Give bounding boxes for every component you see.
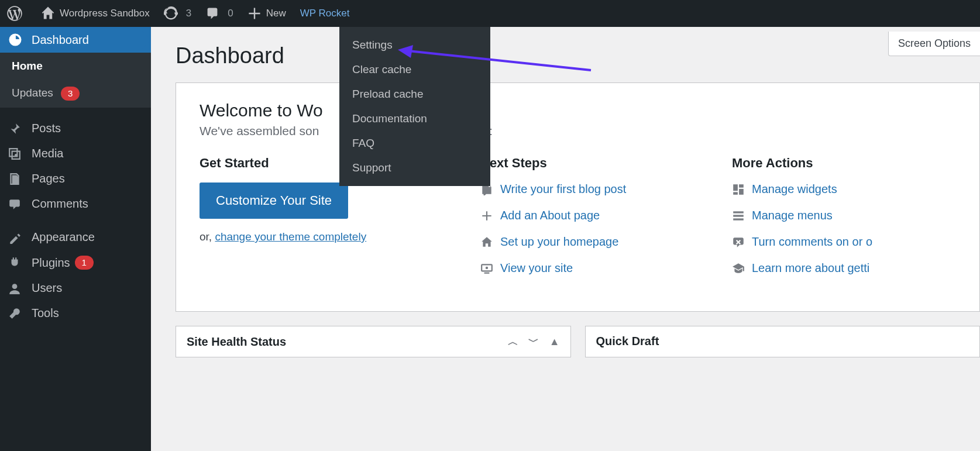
sidebar-item-posts[interactable]: Posts <box>0 116 151 141</box>
svg-point-3 <box>14 39 16 41</box>
change-theme-line: or, change your theme completely <box>200 230 474 243</box>
svg-rect-8 <box>733 184 738 191</box>
site-name-text: Wordpress Sandbox <box>60 8 150 19</box>
svg-rect-9 <box>739 184 744 188</box>
tools-icon <box>8 307 25 320</box>
tools-label: Tools <box>32 307 59 320</box>
wp-rocket-label: WP Rocket <box>300 8 350 19</box>
appearance-label: Appearance <box>32 230 95 244</box>
svg-point-7 <box>486 266 488 268</box>
change-theme-link[interactable]: change your theme completely <box>215 230 366 243</box>
next-steps-column: Next Steps Write your first blog post Ad… <box>480 156 726 288</box>
pages-icon <box>8 173 25 185</box>
view-site-link[interactable]: View your site <box>500 261 573 275</box>
sidebar-dashboard-label: Dashboard <box>32 33 89 47</box>
updates-label: Updates <box>12 87 53 99</box>
site-health-title: Site Health Status <box>187 335 286 349</box>
wprocket-preload-cache[interactable]: Preload cache <box>339 82 490 106</box>
next-steps-heading: Next Steps <box>480 156 726 171</box>
more-actions-column: More Actions Manage widgets Manage menus… <box>732 156 956 288</box>
add-about-link[interactable]: Add an About page <box>500 209 600 222</box>
comments-toggle-icon <box>732 236 752 249</box>
site-name-link[interactable]: Wordpress Sandbox <box>34 0 157 27</box>
metabox-controls: ︿ ﹀ ▲ <box>501 335 560 349</box>
write-post-link[interactable]: Write your first blog post <box>500 183 626 196</box>
plugins-badge: 1 <box>75 256 94 270</box>
svg-line-0 <box>408 51 591 70</box>
svg-rect-13 <box>733 215 744 216</box>
plus-icon <box>247 6 262 20</box>
wprocket-documentation[interactable]: Documentation <box>339 106 490 131</box>
sidebar-item-media[interactable]: Media <box>0 141 151 166</box>
move-up-icon[interactable]: ︿ <box>508 336 518 347</box>
wordpress-icon <box>7 6 22 21</box>
manage-widgets-link[interactable]: Manage widgets <box>752 183 837 196</box>
sidebar-item-dashboard[interactable]: Dashboard <box>0 27 151 53</box>
toggle-icon[interactable]: ▲ <box>549 336 560 347</box>
manage-menus-link[interactable]: Manage menus <box>752 209 833 222</box>
wp-logo[interactable] <box>0 0 34 27</box>
comments-count: 0 <box>228 8 233 19</box>
sidebar-item-home[interactable]: Home <box>0 53 151 80</box>
svg-rect-14 <box>733 218 744 220</box>
menus-icon <box>732 209 752 222</box>
sidebar-item-comments[interactable]: Comments <box>0 191 151 216</box>
svg-point-4 <box>15 154 17 156</box>
sidebar-item-appearance[interactable]: Appearance <box>0 225 151 250</box>
appearance-icon <box>8 231 25 244</box>
widgets-icon <box>732 183 752 196</box>
admin-bar: Wordpress Sandbox 3 0 New WP Rocket <box>0 0 980 27</box>
annotation-arrow <box>398 44 597 79</box>
svg-marker-1 <box>398 45 413 58</box>
comments-link[interactable]: 0 <box>198 0 240 27</box>
customize-site-button[interactable]: Customize Your Site <box>200 183 348 219</box>
sidebar-item-pages[interactable]: Pages <box>0 166 151 191</box>
comment-icon <box>205 6 219 20</box>
home-icon <box>41 6 55 20</box>
quick-draft-metabox: Quick Draft <box>585 326 981 357</box>
media-label: Media <box>32 147 63 160</box>
users-icon <box>8 282 25 295</box>
wprocket-support[interactable]: Support <box>339 156 490 180</box>
new-label: New <box>266 8 286 19</box>
learn-more-link[interactable]: Learn more about getti <box>752 261 869 275</box>
pin-icon <box>8 122 25 135</box>
sidebar-item-tools[interactable]: Tools <box>0 301 151 326</box>
posts-label: Posts <box>32 122 61 135</box>
updates-count: 3 <box>186 8 191 19</box>
setup-homepage-link[interactable]: Set up your homepage <box>500 235 618 249</box>
wp-rocket-link[interactable]: WP Rocket <box>293 0 357 27</box>
sidebar-item-users[interactable]: Users <box>0 276 151 301</box>
comments-label: Comments <box>32 197 88 211</box>
pages-label: Pages <box>32 172 65 185</box>
home-setup-icon <box>480 236 500 249</box>
sidebar-item-updates[interactable]: Updates 3 <box>0 80 151 108</box>
svg-rect-12 <box>733 211 744 213</box>
learn-icon <box>732 262 752 275</box>
svg-point-5 <box>12 284 18 289</box>
welcome-panel: Welcome to Wo We've assembled son ted: G… <box>176 82 980 312</box>
plugins-label: Plugins <box>32 256 70 270</box>
comments-icon <box>8 198 25 211</box>
admin-sidebar: Dashboard Home Updates 3 Posts Media Pag… <box>0 27 151 451</box>
welcome-heading: Welcome to Wo <box>200 101 956 121</box>
dashboard-submenu: Home Updates 3 <box>0 53 151 108</box>
site-health-metabox: Site Health Status ︿ ﹀ ▲ <box>176 326 571 357</box>
svg-rect-10 <box>739 188 744 194</box>
toggle-comments-link[interactable]: Turn comments on or o <box>752 235 872 249</box>
view-icon <box>480 262 500 275</box>
users-label: Users <box>32 281 62 295</box>
new-content-link[interactable]: New <box>240 0 293 27</box>
add-icon <box>480 209 500 222</box>
dashboard-icon <box>8 33 25 47</box>
metabox-row: Site Health Status ︿ ﹀ ▲ Quick Draft <box>176 326 980 357</box>
updates-badge: 3 <box>61 87 80 101</box>
media-icon <box>8 147 25 160</box>
sidebar-item-plugins[interactable]: Plugins 1 <box>0 250 151 276</box>
screen-options-tab[interactable]: Screen Options <box>888 32 980 56</box>
more-actions-heading: More Actions <box>732 156 956 171</box>
updates-link[interactable]: 3 <box>157 0 198 27</box>
wprocket-faq[interactable]: FAQ <box>339 131 490 156</box>
quick-draft-title: Quick Draft <box>596 335 659 348</box>
move-down-icon[interactable]: ﹀ <box>528 336 539 347</box>
